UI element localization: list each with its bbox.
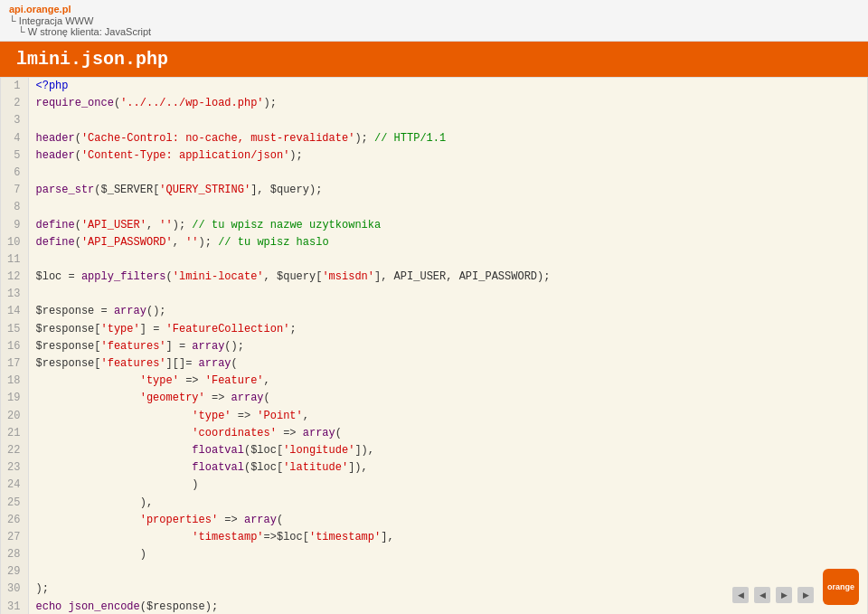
line-number: 20	[1, 408, 28, 425]
line-code: floatval($loc['latitude']),	[28, 459, 867, 477]
line-number: 14	[1, 303, 28, 320]
table-row: 16$response['features'] = array();	[1, 338, 867, 355]
table-row: 6	[1, 165, 867, 182]
line-code	[28, 251, 867, 269]
table-row: 3	[1, 112, 867, 129]
line-code: $response['type'] = 'FeatureCollection';	[28, 321, 867, 338]
line-number: 27	[1, 529, 28, 546]
line-code: 'coordinates' => array(	[28, 425, 867, 442]
line-number: 23	[1, 459, 28, 477]
table-row: 29	[1, 563, 867, 581]
line-number: 21	[1, 425, 28, 442]
line-code: require_once('../../../wp-load.php');	[28, 95, 867, 112]
line-code: )	[28, 546, 867, 563]
table-row: 12$loc = apply_filters('lmini-locate', $…	[1, 269, 867, 286]
line-number: 4	[1, 130, 28, 147]
table-row: 17$response['features'][]= array(	[1, 355, 867, 373]
line-number: 15	[1, 321, 28, 338]
table-row: 26 'properties' => array(	[1, 512, 867, 529]
line-number: 5	[1, 147, 28, 165]
line-code: define('API_USER', ''); // tu wpisz nazw…	[28, 217, 867, 234]
table-row: 11	[1, 251, 867, 269]
line-code: )	[28, 477, 867, 494]
line-number: 3	[1, 112, 28, 129]
nav-icon-3[interactable]: ▶	[776, 587, 792, 603]
table-row: 9define('API_USER', ''); // tu wpisz naz…	[1, 217, 867, 234]
line-code: $response['features'][]= array(	[28, 355, 867, 373]
line-code	[28, 563, 867, 581]
line-code: parse_str($_SERVER['QUERY_STRING'], $que…	[28, 182, 867, 199]
line-code	[28, 286, 867, 303]
line-code: 'type' => 'Point',	[28, 408, 867, 425]
line-number: 10	[1, 234, 28, 251]
table-row: 27 'timestamp'=>$loc['timestamp'],	[1, 529, 867, 546]
table-row: 22 floatval($loc['longitude']),	[1, 442, 867, 459]
line-code	[28, 112, 867, 129]
line-code: $loc = apply_filters('lmini-locate', $qu…	[28, 269, 867, 286]
line-code: 'geometry' => array(	[28, 390, 867, 407]
line-code: $response['features'] = array();	[28, 338, 867, 355]
line-code: $response = array();	[28, 303, 867, 320]
line-number: 2	[1, 95, 28, 112]
line-code: header('Cache-Control: no-cache, must-re…	[28, 130, 867, 147]
nav-icon-2[interactable]: ◀	[754, 587, 770, 603]
orange-logo: orange	[823, 569, 859, 605]
line-number: 19	[1, 390, 28, 407]
table-row: 1<?php	[1, 78, 867, 95]
line-number: 17	[1, 355, 28, 373]
table-row: 13	[1, 286, 867, 303]
site-name[interactable]: api.orange.pl	[9, 4, 859, 14]
line-number: 9	[1, 217, 28, 234]
line-code: 'timestamp'=>$loc['timestamp'],	[28, 529, 867, 546]
table-row: 7parse_str($_SERVER['QUERY_STRING'], $qu…	[1, 182, 867, 199]
table-row: 28 )	[1, 546, 867, 563]
line-number: 24	[1, 477, 28, 494]
table-row: 8	[1, 199, 867, 216]
line-number: 13	[1, 286, 28, 303]
table-row: 14$response = array();	[1, 303, 867, 320]
line-code: floatval($loc['longitude']),	[28, 442, 867, 459]
table-row: 10define('API_PASSWORD', ''); // tu wpis…	[1, 234, 867, 251]
line-number: 12	[1, 269, 28, 286]
line-code: 'properties' => array(	[28, 512, 867, 529]
line-code	[28, 199, 867, 216]
line-number: 31	[1, 599, 28, 614]
line-code: ),	[28, 495, 867, 512]
line-number: 8	[1, 199, 28, 216]
table-row: 20 'type' => 'Point',	[1, 408, 867, 425]
table-row: 21 'coordinates' => array(	[1, 425, 867, 442]
line-code: <?php	[28, 78, 867, 95]
line-number: 28	[1, 546, 28, 563]
nav-icon-1[interactable]: ◀	[732, 587, 749, 603]
code-section: 1<?php2require_once('../../../wp-load.ph…	[0, 77, 868, 614]
table-row: 23 floatval($loc['latitude']),	[1, 459, 867, 477]
table-row: 4header('Cache-Control: no-cache, must-r…	[1, 130, 867, 147]
nav-icon-4[interactable]: ▶	[797, 587, 814, 603]
table-row: 2require_once('../../../wp-load.php');	[1, 95, 867, 112]
line-number: 6	[1, 165, 28, 182]
line-number: 11	[1, 251, 28, 269]
breadcrumb: └ Integracja WWW └ W stronę klienta: Jav…	[9, 15, 859, 37]
top-bar: api.orange.pl └ Integracja WWW └ W stron…	[0, 0, 868, 42]
line-number: 1	[1, 78, 28, 95]
line-code	[28, 165, 867, 182]
line-number: 25	[1, 495, 28, 512]
table-row: 25 ),	[1, 495, 867, 512]
table-row: 18 'type' => 'Feature',	[1, 373, 867, 390]
line-number: 26	[1, 512, 28, 529]
line-number: 30	[1, 581, 28, 598]
breadcrumb-item-1[interactable]: └ Integracja WWW	[9, 15, 93, 26]
table-row: 5header('Content-Type: application/json'…	[1, 147, 867, 165]
page-title: lmini.json.php	[0, 42, 868, 77]
line-number: 29	[1, 563, 28, 581]
line-number: 18	[1, 373, 28, 390]
breadcrumb-item-2[interactable]: └ W stronę klienta: JavaScript	[18, 26, 151, 37]
code-table: 1<?php2require_once('../../../wp-load.ph…	[1, 78, 867, 614]
table-row: 24 )	[1, 477, 867, 494]
bottom-nav: ◀ ◀ ▶ ▶	[732, 587, 814, 603]
line-number: 22	[1, 442, 28, 459]
line-code: header('Content-Type: application/json')…	[28, 147, 867, 165]
table-row: 15$response['type'] = 'FeatureCollection…	[1, 321, 867, 338]
line-code: define('API_PASSWORD', ''); // tu wpisz …	[28, 234, 867, 251]
line-code: 'type' => 'Feature',	[28, 373, 867, 390]
